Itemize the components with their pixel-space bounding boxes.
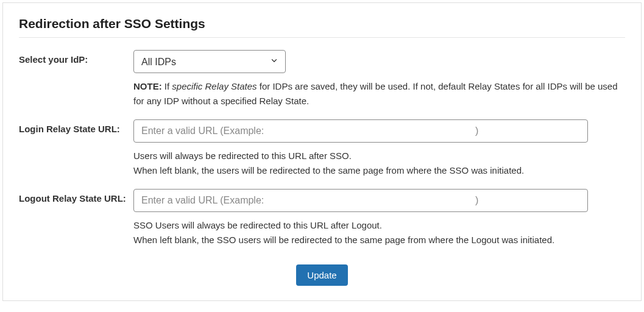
panel-title: Redirection after SSO Settings [19, 16, 625, 31]
idp-note-label: NOTE: [133, 81, 162, 91]
logout-help-line1: SSO Users will always be redirected to t… [133, 218, 625, 233]
logout-help-line2: When left blank, the SSO users will be r… [133, 233, 625, 247]
control-wrap-logout-relay: SSO Users will always be redirected to t… [133, 189, 625, 247]
idp-note-prefix: If [162, 81, 172, 91]
label-select-idp: Select your IdP: [19, 50, 133, 65]
login-help: Users will always be redirected to this … [133, 149, 625, 178]
row-logout-relay: Logout Relay State URL: SSO Users will a… [19, 189, 625, 247]
select-idp-wrap: All IDPs [133, 50, 286, 73]
separator [19, 37, 625, 38]
logout-help: SSO Users will always be redirected to t… [133, 218, 625, 247]
idp-note-italic: specific Relay States [172, 81, 257, 91]
login-help-line2: When left blank, the users will be redir… [133, 163, 625, 178]
button-row: Update [19, 264, 625, 286]
row-select-idp: Select your IdP: All IDPs NOTE: If speci… [19, 50, 625, 108]
login-help-line1: Users will always be redirected to this … [133, 149, 625, 163]
label-logout-relay: Logout Relay State URL: [19, 189, 133, 204]
select-idp[interactable]: All IDPs [133, 50, 286, 73]
label-login-relay: Login Relay State URL: [19, 119, 133, 134]
control-wrap-select-idp: All IDPs NOTE: If specific Relay States … [133, 50, 625, 108]
input-login-relay[interactable] [133, 119, 588, 143]
idp-note: NOTE: If specific Relay States for IDPs … [133, 79, 625, 108]
control-wrap-login-relay: Users will always be redirected to this … [133, 119, 625, 178]
input-logout-relay[interactable] [133, 189, 588, 212]
row-login-relay: Login Relay State URL: Users will always… [19, 119, 625, 178]
sso-redirection-settings-panel: Redirection after SSO Settings Select yo… [2, 2, 642, 301]
update-button[interactable]: Update [296, 264, 347, 286]
